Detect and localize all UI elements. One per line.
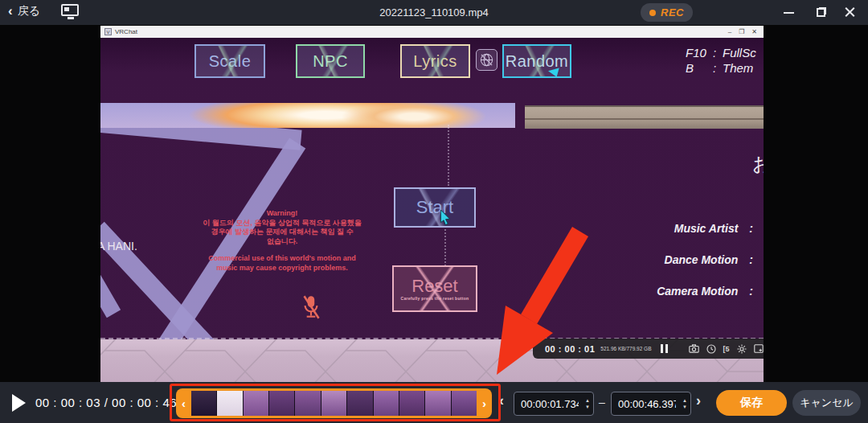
playback-control-bar: 00 : 00 : 03 / 00 : 00 : 46 ‹ › ‹ ▲ ▼ – … bbox=[0, 382, 868, 423]
timeline-thumbnail[interactable] bbox=[244, 391, 268, 416]
window-title: 20221123_110109.mp4 bbox=[0, 6, 868, 18]
clock-icon bbox=[706, 344, 716, 354]
hotkey-action: Them bbox=[723, 60, 753, 76]
scene-button-random[interactable]: Random bbox=[502, 44, 571, 78]
timeline-thumbnail[interactable] bbox=[425, 391, 450, 416]
maximize-icon bbox=[817, 8, 825, 17]
next-frame-button[interactable]: › bbox=[696, 392, 701, 409]
total-time: 00 : 00 : 46 bbox=[112, 396, 177, 409]
trim-start-input[interactable] bbox=[521, 398, 579, 410]
minimize-icon bbox=[784, 12, 794, 14]
recorder-overlay-toolbar: 00 : 00 : 01 521.96 KB/779.92 GB bbox=[533, 339, 764, 359]
scene-button-reset[interactable]: Reset Carefully press the reset button bbox=[392, 265, 477, 312]
spinner-up-icon[interactable]: ▲ bbox=[682, 398, 687, 403]
title-bar: ‹ 戻る 20221123_110109.mp4 REC bbox=[0, 0, 868, 25]
copyright-warning: Warning! 이 월드의 모션, 음악을 상업적 목적으로 사용했을 경우에… bbox=[177, 209, 387, 273]
vrchat-scene: Scale NPC Lyrics Random bbox=[100, 38, 764, 382]
spinner-down-icon[interactable]: ▼ bbox=[682, 405, 687, 409]
video-frame[interactable]: V VRChat – ❐ ✕ Sca bbox=[100, 26, 764, 382]
timeline-thumbnail[interactable] bbox=[347, 391, 372, 416]
panel-icon bbox=[754, 344, 764, 353]
scene-button-lyrics[interactable]: Lyrics bbox=[400, 44, 470, 78]
camera-icon bbox=[689, 344, 699, 353]
spinner-down-icon[interactable]: ▼ bbox=[585, 405, 590, 409]
gear-icon bbox=[737, 344, 747, 354]
vrchat-logo-icon: V bbox=[104, 28, 112, 35]
cancel-button[interactable]: キャンセル bbox=[792, 390, 861, 416]
trim-end-input[interactable] bbox=[618, 398, 676, 410]
song-info: Music Artist : Dance Motion : Camera Mot… bbox=[657, 221, 753, 315]
play-button[interactable] bbox=[12, 394, 26, 412]
timeline-thumbnail[interactable] bbox=[191, 391, 216, 416]
hotkey-key: B bbox=[686, 60, 713, 76]
rec-dot-icon bbox=[649, 10, 656, 16]
hotkey-action: FullSc bbox=[723, 45, 756, 60]
timeline-thumbnail[interactable] bbox=[269, 391, 294, 416]
panel-button[interactable] bbox=[754, 344, 764, 353]
filmstrip[interactable] bbox=[191, 391, 477, 416]
left-partial-text: A HANI. bbox=[100, 240, 158, 253]
cursor-icon bbox=[440, 210, 451, 225]
current-time: 00 : 00 : 03 bbox=[35, 396, 100, 409]
hotkey-key: F10 bbox=[686, 45, 713, 60]
vrchat-titlebar: V VRChat – ❐ ✕ bbox=[100, 26, 764, 38]
vrchat-close-icon: ✕ bbox=[751, 28, 757, 35]
recording-time: 00 : 00 : 01 bbox=[545, 344, 595, 354]
vrchat-title: VRChat bbox=[115, 28, 137, 35]
save-button[interactable]: 保存 bbox=[716, 390, 787, 416]
maximize-button[interactable] bbox=[807, 0, 834, 25]
recorder-app-window: ‹ 戻る 20221123_110109.mp4 REC V VRChat – … bbox=[0, 0, 868, 423]
explosion-billboard bbox=[100, 103, 515, 128]
screenshot-button[interactable] bbox=[689, 344, 699, 353]
timer-button[interactable] bbox=[706, 344, 716, 354]
wall-panel bbox=[525, 105, 764, 129]
settings-button[interactable] bbox=[737, 344, 747, 354]
timeline-thumbnail[interactable] bbox=[399, 391, 424, 416]
timeline-thumbnail[interactable] bbox=[295, 391, 320, 416]
countdown-5s-icon[interactable]: [5 bbox=[723, 345, 730, 353]
trim-handle-right[interactable]: › bbox=[477, 388, 492, 418]
prev-frame-button[interactable]: ‹ bbox=[499, 392, 504, 409]
rec-badge: REC bbox=[641, 3, 693, 22]
right-partial-text: お bbox=[752, 151, 764, 175]
particle-trail bbox=[444, 229, 446, 266]
timeline-thumbnail[interactable] bbox=[452, 391, 477, 416]
hotkey-help: F10 : FullSc B : Them bbox=[686, 45, 764, 76]
rec-label: REC bbox=[661, 6, 684, 18]
reset-caption: Carefully press the reset button bbox=[401, 296, 469, 302]
random-arrow-icon bbox=[548, 64, 562, 76]
scene-button-npc[interactable]: NPC bbox=[296, 44, 365, 78]
pause-button[interactable] bbox=[661, 344, 668, 353]
globe-icon bbox=[479, 52, 494, 68]
info-row-camera-motion: Camera Motion : bbox=[657, 284, 753, 298]
range-separator: – bbox=[599, 396, 605, 409]
mic-muted-icon bbox=[301, 294, 321, 321]
scene-button-scale[interactable]: Scale bbox=[194, 44, 265, 78]
trim-handle-left[interactable]: ‹ bbox=[176, 388, 191, 418]
trim-end-field[interactable]: ▲ ▼ bbox=[611, 392, 691, 416]
info-row-music-artist: Music Artist : bbox=[657, 221, 753, 235]
scene-button-start[interactable]: Start bbox=[394, 187, 476, 228]
timeline-thumbnail[interactable] bbox=[217, 391, 242, 416]
particle-trail bbox=[448, 125, 449, 186]
vrchat-maximize-icon: ❐ bbox=[739, 28, 744, 35]
timeline-thumbnail[interactable] bbox=[321, 391, 346, 416]
timeline-thumbnail[interactable] bbox=[374, 391, 399, 416]
close-button[interactable] bbox=[836, 0, 863, 25]
globe-button[interactable] bbox=[476, 49, 497, 71]
info-row-dance-motion: Dance Motion : bbox=[657, 253, 753, 266]
recording-size: 521.96 KB/779.92 GB bbox=[600, 346, 651, 351]
video-preview-stage: V VRChat – ❐ ✕ Sca bbox=[0, 25, 868, 382]
time-display: 00 : 00 : 03 / 00 : 00 : 46 bbox=[35, 396, 177, 409]
pause-icon bbox=[661, 344, 663, 353]
trim-timeline[interactable]: ‹ › bbox=[176, 388, 492, 418]
vrchat-minimize-icon: – bbox=[728, 28, 731, 35]
spinner-up-icon[interactable]: ▲ bbox=[585, 398, 590, 403]
minimize-button[interactable] bbox=[775, 0, 802, 25]
close-icon bbox=[845, 7, 855, 18]
trim-start-field[interactable]: ▲ ▼ bbox=[514, 392, 594, 416]
